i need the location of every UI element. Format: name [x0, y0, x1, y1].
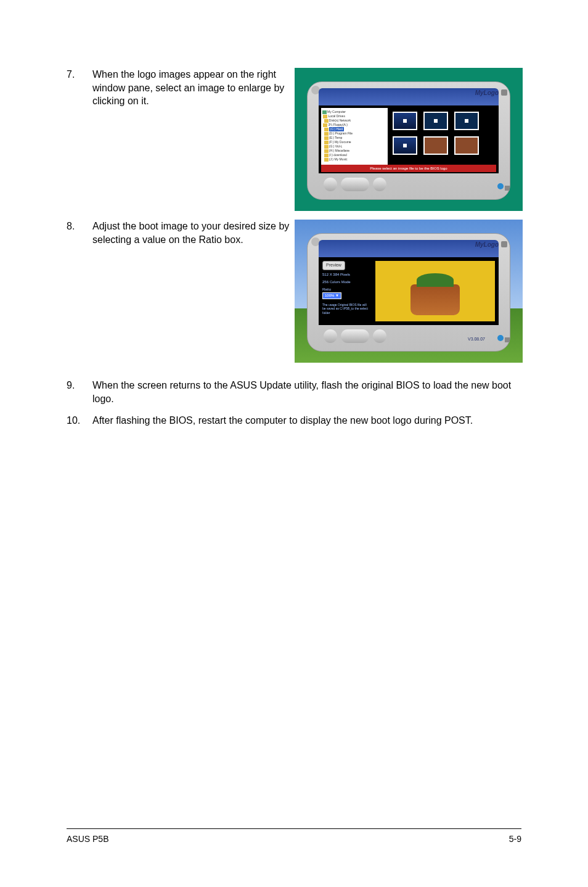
step-text: Adjust the boot image to your desired si… [92, 220, 290, 246]
nav-button[interactable] [341, 178, 369, 191]
back-button[interactable] [324, 329, 337, 343]
led-icon [497, 335, 504, 341]
thumbnail[interactable] [393, 112, 417, 130]
step-text: When the screen returns to the ASUS Upda… [92, 379, 521, 405]
thumbnail[interactable] [393, 136, 417, 155]
mylogo-brand: MyLogo [475, 89, 499, 96]
step-9: 9. When the screen returns to the ASUS U… [67, 379, 521, 405]
screenshot-mylogo-preview: MyLogo Preview 512 X 384 Pixels 256 Colo… [295, 220, 523, 363]
image-thumbnails[interactable] [393, 112, 494, 155]
step-text: After flashing the BIOS, restart the com… [92, 414, 521, 427]
step-text: When the logo images appear on the right… [92, 68, 290, 108]
close-icon[interactable] [501, 89, 507, 96]
thumbnail[interactable] [423, 112, 448, 130]
mylogo-brand: MyLogo [475, 241, 499, 248]
thumbnail[interactable] [454, 112, 479, 130]
forward-button[interactable] [373, 178, 386, 191]
forward-button[interactable] [373, 329, 386, 343]
step-number: 9. [67, 379, 92, 392]
nav-button[interactable] [341, 329, 369, 343]
step-number: 8. [67, 220, 92, 233]
footer-page-number: 5-9 [509, 834, 521, 844]
step-8-row: 8. Adjust the boot image to your desired… [67, 220, 521, 363]
screenshot-mylogo-browser: MyLogo My Computer Local Drives Disk(s) … [295, 68, 523, 211]
step-10: 10. After flashing the BIOS, restart the… [67, 414, 521, 427]
preview-button[interactable]: Preview [322, 261, 345, 270]
ratio-label: Ratio [322, 287, 370, 292]
version-label: V3.08.07 [468, 337, 485, 341]
corner-icon [505, 186, 510, 191]
step-7-row: 7. When the logo images appear on the ri… [67, 68, 521, 211]
step-number: 7. [67, 68, 92, 81]
resolution-label: 512 X 384 Pixels [322, 272, 370, 278]
instruction-banner: Please select an image file to be the BI… [321, 165, 496, 172]
boot-image-preview [375, 261, 495, 321]
thumbnail[interactable] [423, 136, 448, 155]
footer-product: ASUS P5B [67, 834, 108, 844]
led-icon [497, 183, 504, 189]
thumbnail[interactable] [454, 136, 479, 155]
step-number: 10. [67, 414, 92, 427]
folder-tree[interactable]: My Computer Local Drives Disk(s) Network… [321, 108, 388, 171]
color-mode-label: 256 Colors Mode [322, 279, 370, 285]
ratio-select[interactable]: 100% ▼ [322, 292, 341, 299]
corner-icon [505, 337, 510, 342]
save-note: The usage Original BIOS file will be sav… [322, 303, 370, 315]
step-8: 8. Adjust the boot image to your desired… [67, 220, 290, 246]
step-7: 7. When the logo images appear on the ri… [67, 68, 290, 108]
back-button[interactable] [324, 178, 337, 191]
close-icon[interactable] [501, 241, 507, 247]
page-footer: ASUS P5B 5-9 [67, 828, 521, 844]
